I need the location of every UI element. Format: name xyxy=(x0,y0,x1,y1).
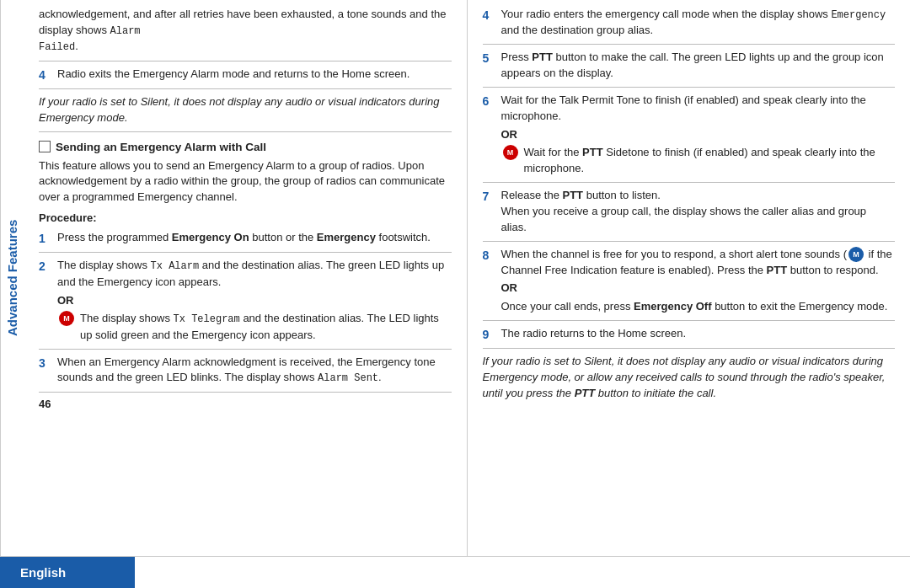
section-title: Sending an Emergency Alarm with Call xyxy=(39,141,452,153)
right-step4: 4 Your radio enters the emergency call m… xyxy=(483,7,896,39)
right-step4-num: 4 xyxy=(483,7,495,39)
right-step6-num: 6 xyxy=(483,93,495,177)
divider-6 xyxy=(39,392,452,393)
page-number: 46 xyxy=(39,398,51,410)
step2-num: 2 xyxy=(39,258,51,343)
step2-or-content: M The display shows Tx Telegram and the … xyxy=(57,311,452,343)
main-content: Advanced Features acknowledgement, and a… xyxy=(0,0,910,556)
divider-4 xyxy=(39,252,452,253)
bottom-right xyxy=(135,557,910,588)
preamble-code2: Failed xyxy=(39,41,75,53)
step4-num: 4 xyxy=(39,67,51,83)
intro-paragraph: This feature allows you to send an Emerg… xyxy=(39,158,452,206)
right-step5: 5 Press PTT button to make the call. The… xyxy=(483,50,896,82)
step2-or: OR xyxy=(57,293,452,309)
telegram-icon: M xyxy=(59,311,74,326)
bottom-bar: English xyxy=(0,556,910,588)
step2-content: The display shows Tx Alarm and the desti… xyxy=(57,258,452,343)
step3-content: When an Emergency Alarm acknowledgment i… xyxy=(57,355,452,387)
divider-1 xyxy=(39,61,452,61)
italic-note-left: If your radio is set to Silent, it does … xyxy=(39,94,452,126)
left-step2: 2 The display shows Tx Alarm and the des… xyxy=(39,258,452,343)
right-step5-content: Press PTT button to make the call. The g… xyxy=(501,50,896,82)
right-step7-content: Release the PTT button to listen. When y… xyxy=(501,188,896,236)
left-step1: 1 Press the programmed Emergency On butt… xyxy=(39,230,452,247)
right-step8-num: 8 xyxy=(483,247,495,315)
divider-r5 xyxy=(483,320,896,321)
content-area: acknowledgement, and after all retries h… xyxy=(24,0,910,556)
right-step4-content: Your radio enters the emergency call mod… xyxy=(501,7,896,39)
right-step9-content: The radio returns to the Home screen. xyxy=(501,326,896,343)
right-step5-num: 5 xyxy=(483,50,495,82)
right-step8: 8 When the channel is free for you to re… xyxy=(483,247,896,315)
left-step4: 4 Radio exits the Emergency Alarm mode a… xyxy=(39,67,452,83)
left-step3: 3 When an Emergency Alarm acknowledgment… xyxy=(39,355,452,387)
preamble-top: acknowledgement, and after all retries h… xyxy=(39,7,452,56)
left-column: acknowledgement, and after all retries h… xyxy=(24,0,468,556)
step1-num: 1 xyxy=(39,230,51,247)
right-step9-num: 9 xyxy=(483,326,495,343)
right-step8-content: When the channel is free for you to resp… xyxy=(501,247,896,315)
step8-icon: M xyxy=(848,247,864,262)
divider-r1 xyxy=(483,44,896,45)
divider-5 xyxy=(39,349,452,350)
divider-r3 xyxy=(483,182,896,183)
divider-r4 xyxy=(483,241,896,242)
step4-content: Radio exits the Emergency Alarm mode and… xyxy=(57,67,452,83)
step1-content: Press the programmed Emergency On button… xyxy=(57,230,452,247)
divider-r6 xyxy=(483,348,896,349)
page-container: Advanced Features acknowledgement, and a… xyxy=(0,0,910,588)
divider-2 xyxy=(39,88,452,89)
right-step7: 7 Release the PTT button to listen. When… xyxy=(483,188,896,236)
right-step7-num: 7 xyxy=(483,188,495,236)
step6-icon: M xyxy=(503,145,518,160)
sidebar-label: Advanced Features xyxy=(0,0,24,556)
right-column: 4 Your radio enters the emergency call m… xyxy=(468,0,911,556)
italic-note-right: If your radio is set to Silent, it does … xyxy=(483,354,896,402)
step3-num: 3 xyxy=(39,355,51,387)
step6-or: OR xyxy=(501,127,896,143)
language-label: English xyxy=(0,557,135,588)
divider-3 xyxy=(39,131,452,132)
language-text: English xyxy=(20,565,66,580)
divider-r2 xyxy=(483,87,896,88)
preamble-text: acknowledgement, and after all retries h… xyxy=(39,8,447,36)
section-icon xyxy=(39,141,51,152)
right-step9: 9 The radio returns to the Home screen. xyxy=(483,326,896,343)
section-title-text: Sending an Emergency Alarm with Call xyxy=(56,141,266,153)
right-step6-content: Wait for the Talk Permit Tone to finish … xyxy=(501,93,896,177)
sidebar-label-text: Advanced Features xyxy=(5,220,19,336)
procedure-label: Procedure: xyxy=(39,211,452,227)
step8-or: OR xyxy=(501,281,896,297)
step6-or-content: M Wait for the PTT Sidetone to finish (i… xyxy=(501,145,896,177)
right-step6: 6 Wait for the Talk Permit Tone to finis… xyxy=(483,93,896,177)
